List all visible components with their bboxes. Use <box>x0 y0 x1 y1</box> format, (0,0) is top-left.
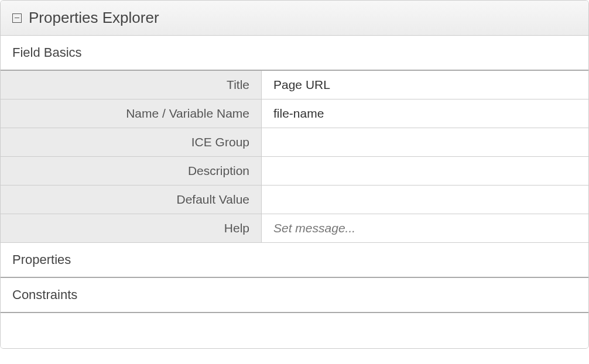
field-value-ice-group[interactable] <box>262 128 588 156</box>
field-label-help: Help <box>1 214 262 242</box>
field-row-name: Name / Variable Name file-name <box>1 99 588 128</box>
collapse-minus-icon[interactable] <box>12 13 22 23</box>
field-value-title[interactable]: Page URL <box>262 71 588 99</box>
field-label-description: Description <box>1 157 262 185</box>
field-row-default-value: Default Value <box>1 186 588 214</box>
section-constraints-header[interactable]: Constraints <box>1 278 588 313</box>
blank-area <box>1 313 588 348</box>
field-label-name: Name / Variable Name <box>1 99 262 128</box>
field-value-name[interactable]: file-name <box>262 99 588 128</box>
field-value-default-value[interactable] <box>262 186 588 214</box>
field-label-ice-group: ICE Group <box>1 128 262 156</box>
field-row-ice-group: ICE Group <box>1 128 588 157</box>
field-row-description: Description <box>1 157 588 186</box>
field-value-description[interactable] <box>262 157 588 185</box>
panel-header[interactable]: Properties Explorer <box>1 1 588 36</box>
section-properties-header[interactable]: Properties <box>1 243 588 278</box>
section-field-basics-header[interactable]: Field Basics <box>1 36 588 71</box>
field-row-help: Help Set message... <box>1 214 588 243</box>
field-row-title: Title Page URL <box>1 71 588 99</box>
field-label-title: Title <box>1 71 262 99</box>
properties-explorer-panel: Properties Explorer Field Basics Title P… <box>0 0 589 349</box>
field-value-help[interactable]: Set message... <box>262 214 588 242</box>
field-label-default-value: Default Value <box>1 186 262 214</box>
panel-title: Properties Explorer <box>29 9 159 27</box>
